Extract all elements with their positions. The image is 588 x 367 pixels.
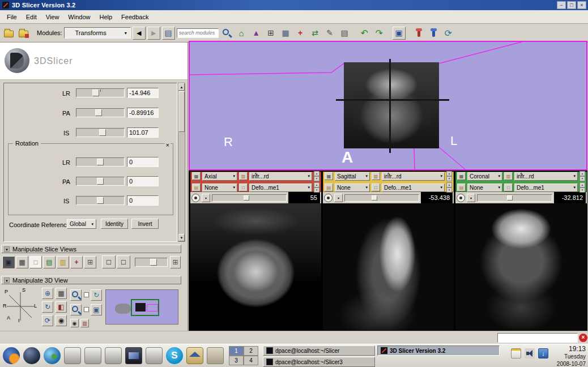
crosshair-button[interactable]: + <box>294 27 307 40</box>
workspace-3[interactable]: 3 <box>229 356 244 365</box>
section-manipulate-slice-views[interactable]: ▾ Manipulate Slice Views <box>1 245 181 253</box>
coronal-slice-image[interactable] <box>455 203 587 330</box>
sagittal-offset-slider[interactable] <box>344 194 419 202</box>
slice-menu-icon[interactable]: ▦ <box>325 172 333 180</box>
task-terminal-2[interactable]: dpace@localhost:~/Slicer3 <box>263 357 375 367</box>
konqueror-icon[interactable] <box>44 347 61 364</box>
sagittal-slice-image[interactable] <box>323 203 454 330</box>
collapse-icon[interactable]: ▾ <box>4 278 10 283</box>
is-rotation-slider[interactable] <box>76 196 125 205</box>
slice-options-button[interactable]: ▾ <box>334 194 343 202</box>
axial-offset-slider[interactable] <box>212 194 287 202</box>
is-rotation-entry[interactable] <box>127 195 159 206</box>
slice-annotations-icon[interactable]: ▥ <box>57 256 69 268</box>
printer-icon[interactable] <box>146 347 163 364</box>
maximize-button[interactable]: □ <box>567 1 576 9</box>
rotation-close-icon[interactable]: × <box>165 142 171 148</box>
spin-up-icon[interactable]: ▴ <box>446 182 452 187</box>
axial-slice-image[interactable] <box>190 203 321 330</box>
module-next-button[interactable]: ▶ <box>147 27 160 40</box>
pa-translation-slider[interactable] <box>76 108 125 117</box>
load-scene-button[interactable] <box>2 27 15 40</box>
editor-button[interactable]: ✎ <box>323 27 336 40</box>
spin-down-icon[interactable]: ▾ <box>446 187 452 193</box>
menu-window[interactable]: Window <box>63 12 95 22</box>
home-module-button[interactable]: ⌂ <box>235 27 248 40</box>
workspace-4[interactable]: 4 <box>244 356 258 365</box>
scroll-up-icon[interactable]: ▴ <box>178 83 185 91</box>
coronal-orientation-select[interactable]: Coronal ▾ <box>467 172 502 181</box>
spin-up-icon[interactable]: ▴ <box>580 182 585 187</box>
visibility-eye-icon[interactable] <box>324 194 333 202</box>
firefox-icon[interactable] <box>3 347 20 364</box>
identity-button[interactable]: Identity <box>101 219 128 229</box>
foreground-spinner[interactable]: ▴ ▾ <box>314 171 319 181</box>
labelmap-layer-icon[interactable]: ▤ <box>325 184 333 191</box>
rock-3d-icon[interactable]: ↻ <box>91 289 102 301</box>
workspace-2[interactable]: 2 <box>244 346 258 356</box>
lr-rotation-slider[interactable] <box>76 157 125 167</box>
screenshot-button[interactable]: ▣ <box>393 27 406 40</box>
foreground-layer-icon[interactable]: ▥ <box>239 172 248 180</box>
coronal-offset-slider[interactable] <box>477 194 552 202</box>
layout-single-window-icon[interactable]: □ <box>102 255 116 268</box>
background-spinner[interactable]: ▴ ▾ <box>446 182 452 193</box>
axial-background-select[interactable]: Defo...me1 ▾ <box>249 184 312 192</box>
background-spinner[interactable]: ▴ ▾ <box>314 182 319 193</box>
klipper-icon[interactable] <box>511 348 521 359</box>
foreground-spinner[interactable]: ▴ ▾ <box>446 171 452 181</box>
menu-file[interactable]: File <box>2 12 22 22</box>
pin-fiducial-list-button[interactable] <box>427 27 440 40</box>
lr-translation-entry[interactable] <box>127 88 159 98</box>
labelmap-layer-icon[interactable]: ▤ <box>457 184 466 191</box>
layers-3d-icon[interactable]: ▥ <box>80 319 89 327</box>
is-translation-slider[interactable] <box>76 128 125 137</box>
slice-fit-icon[interactable]: ▦ <box>16 256 28 268</box>
clock[interactable]: 19:13 Tuesday 2008-10-07 <box>548 345 586 367</box>
slice-crosshair-icon[interactable]: + <box>70 256 83 268</box>
view-3d[interactable]: R A L <box>189 41 587 170</box>
sagittal-labelmap-select[interactable]: None ▾ <box>335 184 370 192</box>
menu-feedback[interactable]: Feedback <box>117 12 153 22</box>
close-button[interactable]: × <box>577 1 586 9</box>
pin-fiducial-button[interactable] <box>412 27 425 40</box>
background-layer-icon[interactable]: □ <box>239 184 248 191</box>
snapshot-3d-icon[interactable]: ▣ <box>91 304 102 315</box>
network-icon[interactable]: ↓ <box>538 348 548 359</box>
spin-down-icon[interactable]: ▾ <box>446 176 452 181</box>
tables-button[interactable]: ▤ <box>338 27 351 40</box>
terminal-monitor-icon[interactable] <box>125 347 142 364</box>
spin-up-icon[interactable]: ▴ <box>314 171 319 176</box>
error-close-button[interactable]: × <box>579 334 587 342</box>
visibility-eye-icon[interactable] <box>457 194 465 202</box>
collapse-icon[interactable]: ▾ <box>4 246 10 252</box>
pa-rotation-slider[interactable] <box>76 177 125 186</box>
layout-button[interactable]: ⊞ <box>265 27 278 40</box>
slice-grid-icon[interactable]: ⊞ <box>84 256 96 268</box>
foreground-layer-icon[interactable]: ▥ <box>504 172 513 180</box>
coordinate-reference-select[interactable]: Global ▾ <box>67 219 96 229</box>
volumes-button[interactable]: ▦ <box>279 27 292 40</box>
pa-rotation-entry[interactable] <box>127 176 159 186</box>
labelmap-layer-icon[interactable]: ▤ <box>192 184 201 191</box>
zoom-in-3d-icon[interactable] <box>70 289 82 301</box>
axial-foreground-select[interactable]: infr...rd ▾ <box>249 172 312 181</box>
task-slicer[interactable]: 3D Slicer Version 3.2 <box>377 345 500 356</box>
redo-button[interactable]: ↷ <box>373 27 386 40</box>
menu-help[interactable]: Help <box>95 12 117 22</box>
coronal-labelmap-select[interactable]: None ▾ <box>467 184 502 192</box>
coronal-background-select[interactable]: Defo...me1 ▾ <box>514 184 578 192</box>
slice-visibility-all-icon[interactable]: ▣ <box>2 256 15 268</box>
spin-down-icon[interactable]: ▾ <box>580 176 585 181</box>
sagittal-background-select[interactable]: Defo...me1 ▾ <box>382 184 445 192</box>
window-titlebar[interactable]: 3D Slicer Version 3.2 − □ × <box>0 0 588 10</box>
module-history-button[interactable]: ▤ <box>162 27 175 40</box>
axial-orientation-select[interactable]: Axial ▾ <box>202 172 237 181</box>
orientation-axes-widget[interactable]: P S R L I A <box>3 288 37 324</box>
module-prev-button[interactable]: ◀ <box>133 27 146 40</box>
refresh-button[interactable]: ⟳ <box>442 27 455 40</box>
axial-labelmap-select[interactable]: None ▾ <box>202 184 237 192</box>
volume-icon[interactable] <box>525 348 535 359</box>
layout-compare-window-icon[interactable]: □ <box>117 255 130 268</box>
minimize-button[interactable]: − <box>557 1 566 9</box>
